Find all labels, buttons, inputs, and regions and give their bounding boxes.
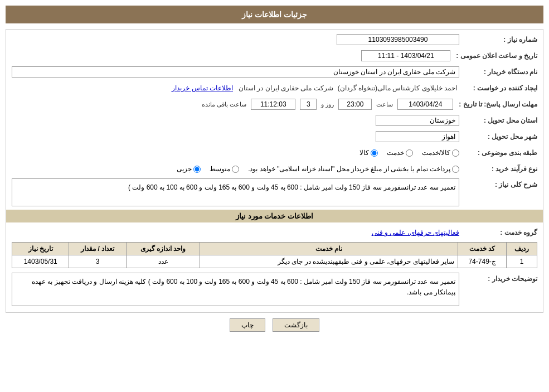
col-code: کد خدمت bbox=[458, 243, 506, 255]
deadline-remaining: 11:12:03 bbox=[251, 99, 295, 110]
creator-label: ایجاد کننده در خواست : bbox=[459, 84, 537, 92]
table-header-row: ردیف کد خدمت نام خدمت واحد اندازه گیری ت… bbox=[12, 243, 537, 255]
col-qty: تعداد / مقدار bbox=[69, 243, 126, 255]
category-radio-group: کالا/خدمت خدمت کالا bbox=[359, 149, 459, 157]
radio-khedmat-label: خدمت bbox=[387, 149, 404, 157]
main-section: شماره نیاز : 1103093985003490 تاریخ و سا… bbox=[6, 29, 543, 313]
col-radif: ردیف bbox=[507, 243, 537, 255]
creator-name: احمد خلیلاوی کارشناس مالی(تنخواه گردان) bbox=[336, 83, 459, 93]
radio-motavaset: متوسط bbox=[210, 165, 239, 173]
radio-jozei: جزیی bbox=[177, 165, 201, 173]
services-title: اطلاعات خدمات مورد نیاز bbox=[6, 210, 543, 222]
need-number-value: 1103093985003490 bbox=[337, 34, 459, 45]
purchase-type-row: نوع فرآیند خرید : پرداخت تمام یا بخشی از… bbox=[12, 162, 537, 176]
province-value: خوزستان bbox=[376, 115, 459, 126]
col-name: نام خدمت bbox=[200, 243, 458, 255]
buyer-desc-value: تعمیر سه عدد ترانسفورمر سه فاز 150 ولت ا… bbox=[12, 273, 459, 306]
deadline-day-label: روز و bbox=[321, 101, 334, 108]
city-row: شهر محل تحویل : اهواز bbox=[12, 130, 537, 143]
buyer-desc-label: توضیحات خریدار : bbox=[459, 273, 537, 283]
buyer-org-value: شرکت ملی حفاری ایران در استان خوزستان bbox=[12, 66, 459, 78]
radio-kala-input[interactable] bbox=[371, 149, 378, 157]
deadline-remaining-suffix: ساعت باقی مانده bbox=[202, 101, 246, 108]
need-desc-value: تعمیر سه عدد ترانسفورمر سه فاز 150 ولت ا… bbox=[12, 178, 459, 206]
need-desc-row: شرح کلی نیاز : تعمیر سه عدد ترانسفورمر س… bbox=[12, 178, 537, 206]
purchase-type-label: نوع فرآیند خرید : bbox=[459, 165, 537, 173]
creator-row: ایجاد کننده در خواست : احمد خلیلاوی کارش… bbox=[12, 81, 537, 95]
cell-qty: 3 bbox=[69, 255, 126, 268]
radio-motavaset-label: متوسط bbox=[210, 165, 230, 173]
buyer-desc-row: توضیحات خریدار : تعمیر سه عدد ترانسفورمر… bbox=[12, 273, 537, 306]
deadline-date-group: 1403/04/24 ساعت 23:00 روز و 3 11:12:03 س… bbox=[12, 99, 453, 110]
radio-khedmat-input[interactable] bbox=[406, 149, 413, 157]
city-label: شهر محل تحویل : bbox=[459, 133, 537, 141]
buyer-org-row: نام دستگاه خریدار : شرکت ملی حفاری ایران… bbox=[12, 65, 537, 79]
radio-kala: کالا bbox=[359, 149, 378, 157]
cell-radif: 1 bbox=[507, 255, 537, 268]
service-group-row: گروه خدمت : فعالیتهای حرفهای، علمی و فنی bbox=[12, 226, 537, 239]
need-number-row: شماره نیاز : 1103093985003490 bbox=[12, 33, 537, 46]
deadline-row: مهلت ارسال پاسخ: تا تاریخ : 1403/04/24 س… bbox=[12, 98, 537, 111]
announce-row: تاریخ و ساعت اعلان عمومی : 1403/04/21 - … bbox=[12, 49, 537, 62]
radio-esnad-input[interactable] bbox=[452, 166, 459, 173]
deadline-time-label: ساعت bbox=[376, 101, 393, 108]
creator-link[interactable]: اطلاعات تماس خریدار bbox=[172, 84, 233, 92]
creator-company: شرکت ملی حفاری ایران در استان bbox=[236, 83, 336, 93]
city-value: اهواز bbox=[376, 131, 459, 142]
page-wrapper: جزئیات اطلاعات نیاز شماره نیاز : 1103093… bbox=[0, 0, 549, 392]
radio-jozei-input[interactable] bbox=[193, 166, 201, 173]
radio-kala-khedmat: کالا/خدمت bbox=[422, 149, 459, 157]
button-row: بازگشت چاپ bbox=[6, 318, 543, 332]
radio-kala-label: کالا bbox=[359, 149, 369, 157]
radio-esnad-label: پرداخت تمام یا بخشی از مبلغ خریداز محل "… bbox=[248, 165, 450, 173]
radio-jozei-label: جزیی bbox=[177, 165, 192, 173]
deadline-time: 23:00 bbox=[338, 99, 372, 110]
deadline-day: 3 bbox=[300, 99, 317, 110]
radio-motavaset-input[interactable] bbox=[232, 166, 239, 173]
category-row: طبقه بندی موضوعی : کالا/خدمت خدمت کالا bbox=[12, 146, 537, 159]
announce-date-label: تاریخ و ساعت اعلان عمومی : bbox=[450, 52, 537, 60]
table-row: 1 ج-749-74 سایر فعالیتهای حرفهای، علمی و… bbox=[12, 255, 537, 268]
cell-unit: عدد bbox=[126, 255, 200, 268]
page-header: جزئیات اطلاعات نیاز bbox=[6, 6, 543, 23]
province-label: استان محل تحویل : bbox=[459, 117, 537, 124]
radio-kala-khedmat-label: کالا/خدمت bbox=[422, 149, 450, 157]
services-table: ردیف کد خدمت نام خدمت واحد اندازه گیری ت… bbox=[12, 242, 537, 268]
radio-esnad: پرداخت تمام یا بخشی از مبلغ خریداز محل "… bbox=[248, 165, 459, 173]
buyer-org-label: نام دستگاه خریدار : bbox=[459, 68, 537, 76]
cell-code: ج-749-74 bbox=[458, 255, 506, 268]
col-date: تاریخ نیاز bbox=[12, 243, 69, 255]
service-group-value[interactable]: فعالیتهای حرفهای، علمی و فنی bbox=[372, 229, 459, 236]
deadline-label: مهلت ارسال پاسخ: تا تاریخ : bbox=[453, 100, 537, 108]
back-button[interactable]: بازگشت bbox=[273, 318, 319, 332]
province-row: استان محل تحویل : خوزستان bbox=[12, 114, 537, 127]
purchase-type-radio-group: پرداخت تمام یا بخشی از مبلغ خریداز محل "… bbox=[177, 165, 459, 173]
service-group-label: گروه خدمت : bbox=[459, 229, 537, 236]
announce-date-value: 1403/04/21 - 11:11 bbox=[361, 50, 450, 61]
need-desc-label: شرح کلی نیاز : bbox=[459, 178, 537, 188]
radio-kala-khedmat-input[interactable] bbox=[452, 149, 459, 157]
category-label: طبقه بندی موضوعی : bbox=[459, 149, 537, 157]
cell-name: سایر فعالیتهای حرفهای، علمی و فنی طبقهبن… bbox=[200, 255, 458, 268]
col-unit: واحد اندازه گیری bbox=[126, 243, 200, 255]
deadline-date: 1403/04/24 bbox=[397, 99, 453, 110]
need-number-label: شماره نیاز : bbox=[459, 36, 537, 43]
print-button[interactable]: چاپ bbox=[230, 318, 265, 332]
radio-khedmat: خدمت bbox=[387, 149, 413, 157]
page-title: جزئیات اطلاعات نیاز bbox=[242, 10, 307, 19]
cell-date: 1403/05/31 bbox=[12, 255, 69, 268]
